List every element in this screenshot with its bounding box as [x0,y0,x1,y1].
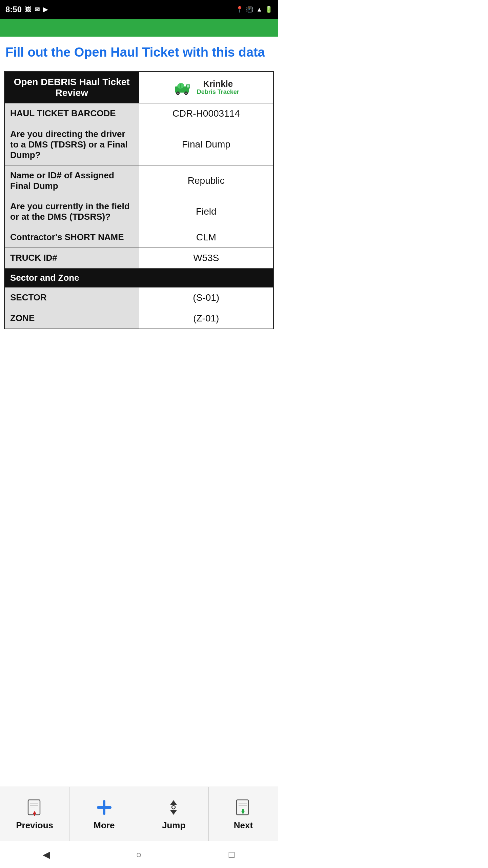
label-sector: SECTOR [4,287,139,308]
table-row: Name or ID# of Assigned Final Dump Repub… [4,165,273,196]
value-field-or-dms: Field [139,196,273,227]
value-final-dump-name: Republic [139,165,273,196]
table-row: Are you directing the driver to a DMS (T… [4,124,273,165]
table-row: Are you currently in the field or at the… [4,196,273,227]
logo-subtitle: Debris Tracker [197,89,239,96]
section-header-row: Sector and Zone [4,268,273,287]
label-contractor-short-name: Contractor's SHORT NAME [4,227,139,248]
status-time: 8:50 [5,5,22,14]
photo-icon: 🖼 [25,6,31,13]
status-left: 8:50 🖼 ✉ ▶ [5,5,48,14]
status-bar: 8:50 🖼 ✉ ▶ 📍 📳 ▲ 🔋 [0,0,278,19]
value-contractor-short-name: CLM [139,227,273,248]
page-title: Fill out the Open Haul Ticket with this … [0,37,278,66]
value-haul-ticket-barcode: CDR-H0003114 [139,103,273,124]
logo-cell: Krinkle Debris Tracker [139,72,273,103]
label-zone: ZONE [4,308,139,329]
table-header-left: Open DEBRIS Haul Ticket Review [4,72,139,103]
value-directing-driver: Final Dump [139,124,273,165]
svg-point-6 [185,92,187,94]
vibrate-icon: 📳 [246,6,253,13]
table-row: TRUCK ID# W53S [4,248,273,268]
green-bar [0,19,278,37]
label-directing-driver: Are you directing the driver to a DMS (T… [4,124,139,165]
table-row: ZONE (Z-01) [4,308,273,329]
table-header-row: Open DEBRIS Haul Ticket Review [4,72,273,103]
value-truck-id: W53S [139,248,273,268]
logo-text: Krinkle Debris Tracker [197,79,239,95]
value-sector: (S-01) [139,287,273,308]
krinkle-logo-icon [173,79,194,96]
label-final-dump-name: Name or ID# of Assigned Final Dump [4,165,139,196]
email-icon: ✉ [35,6,40,13]
svg-rect-2 [187,85,189,87]
label-field-or-dms: Are you currently in the field or at the… [4,196,139,227]
logo-name: Krinkle [197,79,239,89]
table-row: HAUL TICKET BARCODE CDR-H0003114 [4,103,273,124]
location-icon: 📍 [236,6,243,13]
label-truck-id: TRUCK ID# [4,248,139,268]
play-icon: ▶ [43,6,48,13]
table-row: Contractor's SHORT NAME CLM [4,227,273,248]
wifi-icon: ▲ [256,6,262,13]
main-table: Open DEBRIS Haul Ticket Review [4,71,274,329]
svg-point-4 [177,92,179,94]
table-row: SECTOR (S-01) [4,287,273,308]
section-header-label: Sector and Zone [4,268,273,287]
value-zone: (Z-01) [139,308,273,329]
label-haul-ticket-barcode: HAUL TICKET BARCODE [4,103,139,124]
logo-container: Krinkle Debris Tracker [145,79,268,96]
status-right: 📍 📳 ▲ 🔋 [236,6,272,13]
battery-icon: 🔋 [265,6,272,13]
